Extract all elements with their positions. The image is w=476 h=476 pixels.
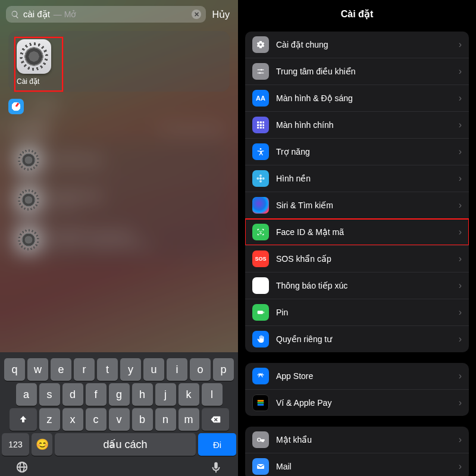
space-key[interactable]: dấu cách	[55, 433, 196, 456]
cell-label: Trung tâm điều khiển	[276, 67, 452, 76]
svg-rect-27	[258, 400, 264, 402]
settings-cell[interactable]: Quyền riêng tư›	[245, 325, 469, 352]
settings-cell[interactable]: Trung tâm điều khiển›	[245, 58, 469, 84]
faceid-icon	[252, 224, 269, 240]
settings-cell[interactable]: Siri & Tìm kiếm›	[245, 192, 469, 218]
key-y[interactable]: y	[120, 358, 141, 381]
svg-rect-26	[264, 312, 264, 314]
svg-rect-10	[262, 127, 264, 129]
key-s[interactable]: s	[39, 383, 60, 406]
key-b[interactable]: b	[132, 408, 153, 431]
key-z[interactable]: z	[39, 408, 60, 431]
key-q[interactable]: q	[4, 358, 25, 381]
chevron-right-icon: ›	[459, 334, 462, 345]
cell-label: Quyền riêng tư	[276, 334, 452, 344]
settings-cell[interactable]: App Store›	[245, 363, 469, 389]
key-j[interactable]: j	[155, 383, 176, 406]
chevron-right-icon: ›	[459, 39, 462, 50]
expose-icon	[252, 277, 269, 294]
svg-point-13	[259, 174, 262, 177]
chevron-right-icon: ›	[459, 461, 462, 472]
key-x[interactable]: x	[62, 408, 83, 431]
appstore-icon	[252, 368, 269, 384]
keyboard: qwertyuiop asdfghjkl zxcvbnm 123 😊 dấu c…	[0, 352, 238, 476]
clear-icon[interactable]: ✕	[192, 10, 201, 19]
settings-cell[interactable]: SOSSOS khẩn cấp›	[245, 245, 469, 272]
key-g[interactable]: g	[109, 383, 130, 406]
siri-icon	[252, 197, 269, 214]
emoji-key[interactable]: 😊	[32, 433, 52, 456]
chevron-right-icon: ›	[459, 307, 462, 318]
mic-icon[interactable]	[209, 461, 223, 474]
key-h[interactable]: h	[132, 383, 153, 406]
access-icon	[252, 143, 269, 160]
cell-label: Pin	[276, 308, 452, 317]
svg-point-30	[258, 438, 261, 441]
settings-cell[interactable]: Ví & Apple Pay›	[245, 389, 469, 416]
globe-icon[interactable]	[15, 461, 29, 474]
gear-icon	[252, 36, 269, 53]
settings-cell[interactable]: Trợ năng›	[245, 138, 469, 165]
settings-cell[interactable]: Face ID & Mật mã›	[245, 218, 469, 245]
search-query: cài đặt	[23, 9, 50, 20]
shift-key[interactable]	[10, 408, 37, 431]
cancel-button[interactable]: Hủy	[212, 9, 232, 20]
chevron-right-icon: ›	[459, 227, 462, 237]
svg-point-12	[259, 177, 262, 180]
svg-point-19	[261, 231, 262, 231]
svg-point-20	[258, 283, 260, 285]
grid-icon	[252, 117, 269, 133]
spotlight-pane: cài đặt — Mở ✕ Hủy Cài đặt cài đặt Cài đ…	[0, 0, 238, 476]
key-i[interactable]: i	[167, 358, 187, 381]
cell-label: Thông báo tiếp xúc	[276, 281, 452, 290]
key-f[interactable]: f	[86, 383, 107, 406]
key-r[interactable]: r	[74, 358, 95, 381]
settings-cell[interactable]: Pin›	[245, 299, 469, 325]
key-v[interactable]: v	[109, 408, 130, 431]
wallet-icon	[252, 394, 269, 411]
key-a[interactable]: a	[16, 383, 37, 406]
svg-point-22	[258, 286, 260, 289]
settings-cell[interactable]: Mail›	[245, 453, 469, 476]
key-m[interactable]: m	[178, 408, 199, 431]
key-o[interactable]: o	[190, 358, 211, 381]
svg-rect-7	[262, 124, 264, 126]
key-p[interactable]: p	[213, 358, 234, 381]
settings-group-3: Mật khẩu›Mail›	[245, 427, 469, 476]
key-w[interactable]: w	[27, 358, 48, 381]
cell-label: Màn hình & Độ sáng	[276, 93, 452, 103]
go-key[interactable]: Đi	[198, 433, 236, 456]
settings-cell[interactable]: Cài đặt chung›	[245, 32, 469, 58]
cell-label: Ví & Apple Pay	[276, 398, 452, 408]
settings-cell[interactable]: Màn hình chính›	[245, 111, 469, 138]
key-u[interactable]: u	[143, 358, 164, 381]
key-t[interactable]: t	[97, 358, 118, 381]
numeric-switch-key[interactable]: 123	[2, 433, 29, 456]
cell-label: Màn hình chính	[276, 120, 452, 130]
svg-point-23	[261, 286, 264, 289]
cell-label: Siri & Tìm kiếm	[276, 201, 452, 210]
svg-point-1	[259, 72, 261, 74]
mail-icon	[252, 458, 269, 475]
search-field[interactable]: cài đặt — Mở ✕	[6, 6, 206, 23]
key-d[interactable]: d	[62, 383, 83, 406]
key-l[interactable]: l	[202, 383, 223, 406]
SOS-icon: SOS	[252, 250, 269, 267]
svg-rect-25	[258, 311, 263, 314]
cell-label: SOS khẩn cấp	[276, 254, 452, 264]
settings-cell[interactable]: AAMàn hình & Độ sáng›	[245, 84, 469, 111]
settings-cell[interactable]: Mật khẩu›	[245, 427, 469, 453]
search-hint: — Mở	[54, 10, 77, 19]
settings-cell[interactable]: Thông báo tiếp xúc›	[245, 272, 469, 299]
sliders-icon	[252, 63, 269, 80]
svg-rect-9	[260, 127, 262, 129]
backspace-key[interactable]	[202, 408, 229, 431]
top-hit-box: Cài đặt	[8, 31, 230, 92]
key-e[interactable]: e	[51, 358, 71, 381]
key-k[interactable]: k	[178, 383, 199, 406]
cell-label: Face ID & Mật mã	[276, 227, 452, 237]
key-c[interactable]: c	[86, 408, 107, 431]
key-n[interactable]: n	[155, 408, 176, 431]
search-row: cài đặt — Mở ✕ Hủy	[0, 0, 238, 26]
settings-cell[interactable]: Hình nền›	[245, 165, 469, 192]
